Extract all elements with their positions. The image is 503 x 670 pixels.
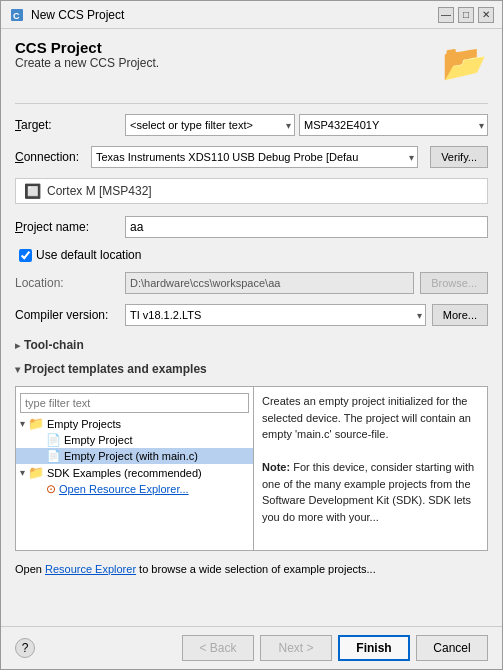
target-select-wrapper: <select or type filter text> xyxy=(125,114,295,136)
header-text: CCS Project Create a new CCS Project. xyxy=(15,39,440,74)
compiler-label: Compiler version: xyxy=(15,308,125,322)
device-select-wrapper: MSP432E401Y xyxy=(299,114,488,136)
compiler-row: Compiler version: TI v18.1.2.LTS More... xyxy=(15,304,488,326)
open-prefix: Open xyxy=(15,563,45,575)
window-title: New CCS Project xyxy=(31,8,438,22)
title-bar-controls: — □ ✕ xyxy=(438,7,494,23)
wizard-icon: 📂 xyxy=(440,39,488,87)
toolchain-section[interactable]: ▸ Tool-chain xyxy=(15,338,488,352)
toolchain-triangle: ▸ xyxy=(15,340,20,351)
target-select[interactable]: <select or type filter text> xyxy=(125,114,295,136)
open-resource-row: Open Resource Explorer to browse a wide … xyxy=(15,563,488,575)
tree-label-sdk: SDK Examples (recommended) xyxy=(47,467,202,479)
page-header: CCS Project Create a new CCS Project. 📂 xyxy=(15,39,488,87)
file-icon-1: 📄 xyxy=(46,433,61,447)
location-input[interactable] xyxy=(125,272,414,294)
project-name-row: Project name: xyxy=(15,216,488,238)
resource-explorer-link[interactable]: Resource Explorer xyxy=(45,563,136,575)
tree-label-empty-project: Empty Project xyxy=(64,434,132,446)
header-divider xyxy=(15,103,488,104)
default-location-checkbox[interactable] xyxy=(19,249,32,262)
folder-icon-sdk: 📁 xyxy=(28,465,44,480)
cortex-label: Cortex M [MSP432] xyxy=(47,184,152,198)
tree-empty-project[interactable]: 📄 Empty Project xyxy=(16,432,253,448)
browse-button[interactable]: Browse... xyxy=(420,272,488,294)
templates-section-header[interactable]: ▾ Project templates and examples xyxy=(15,362,488,376)
tree-empty-project-main[interactable]: 📄 Empty Project (with main.c) xyxy=(16,448,253,464)
device-select[interactable]: MSP432E401Y xyxy=(299,114,488,136)
default-location-row: Use default location xyxy=(15,248,488,262)
cortex-section: 🔲 Cortex M [MSP432] xyxy=(15,178,488,204)
compiler-select[interactable]: TI v18.1.2.LTS xyxy=(125,304,426,326)
maximize-button[interactable]: □ xyxy=(458,7,474,23)
connection-row: Connection: Texas Instruments XDS110 USB… xyxy=(15,146,488,168)
default-location-label: Use default location xyxy=(36,248,141,262)
target-label: Target: xyxy=(15,118,125,132)
page-subtitle: Create a new CCS Project. xyxy=(15,56,440,70)
content-area: CCS Project Create a new CCS Project. 📂 … xyxy=(1,29,502,626)
minimize-button[interactable]: — xyxy=(438,7,454,23)
tree-open-resource[interactable]: ⊙ Open Resource Explorer... xyxy=(16,481,253,497)
verify-button[interactable]: Verify... xyxy=(430,146,488,168)
connection-label: Connection: xyxy=(15,150,85,164)
more-button[interactable]: More... xyxy=(432,304,488,326)
window: C New CCS Project — □ ✕ CCS Project Crea… xyxy=(0,0,503,670)
page-title: CCS Project xyxy=(15,39,440,56)
templates-container: ▾ 📁 Empty Projects 📄 Empty Project 📄 Emp… xyxy=(15,386,488,551)
cancel-button[interactable]: Cancel xyxy=(416,635,488,661)
folder-icon-empty: 📁 xyxy=(28,416,44,431)
tree-label-resource[interactable]: Open Resource Explorer... xyxy=(59,483,189,495)
connection-select-wrapper: Texas Instruments XDS110 USB Debug Probe… xyxy=(91,146,418,168)
connection-select[interactable]: Texas Instruments XDS110 USB Debug Probe… xyxy=(91,146,418,168)
filter-input[interactable] xyxy=(20,393,249,413)
next-button[interactable]: Next > xyxy=(260,635,332,661)
expand-icon-sdk: ▾ xyxy=(20,467,25,478)
templates-triangle: ▾ xyxy=(15,364,20,375)
tree-sdk-examples[interactable]: ▾ 📁 SDK Examples (recommended) xyxy=(16,464,253,481)
tree-label-empty-project-main: Empty Project (with main.c) xyxy=(64,450,198,462)
finish-button[interactable]: Finish xyxy=(338,635,410,661)
project-name-input[interactable] xyxy=(125,216,488,238)
back-button[interactable]: < Back xyxy=(182,635,254,661)
close-button[interactable]: ✕ xyxy=(478,7,494,23)
link-icon: ⊙ xyxy=(46,482,56,496)
expand-icon: ▾ xyxy=(20,418,25,429)
description-text: Creates an empty project initialized for… xyxy=(262,395,471,440)
file-icon-2: 📄 xyxy=(46,449,61,463)
bottom-bar: ? < Back Next > Finish Cancel xyxy=(1,626,502,669)
toolchain-label: Tool-chain xyxy=(24,338,84,352)
tree-empty-projects[interactable]: ▾ 📁 Empty Projects xyxy=(16,415,253,432)
title-bar: C New CCS Project — □ ✕ xyxy=(1,1,502,29)
note-label: Note: xyxy=(262,461,290,473)
compiler-select-wrapper: TI v18.1.2.LTS xyxy=(125,304,426,326)
target-row: Target: <select or type filter text> MSP… xyxy=(15,114,488,136)
note-text: For this device, consider starting with … xyxy=(262,461,474,523)
project-name-label: Project name: xyxy=(15,220,125,234)
window-icon: C xyxy=(9,7,25,23)
description-panel: Creates an empty project initialized for… xyxy=(254,387,487,550)
tree-label-empty-projects: Empty Projects xyxy=(47,418,121,430)
location-label: Location: xyxy=(15,276,125,290)
open-suffix: to browse a wide selection of example pr… xyxy=(136,563,376,575)
help-button[interactable]: ? xyxy=(15,638,35,658)
nav-buttons: < Back Next > Finish Cancel xyxy=(182,635,488,661)
tree-panel: ▾ 📁 Empty Projects 📄 Empty Project 📄 Emp… xyxy=(16,387,254,550)
chip-icon: 🔲 xyxy=(24,183,41,199)
templates-label: Project templates and examples xyxy=(24,362,207,376)
location-row: Location: Browse... xyxy=(15,272,488,294)
svg-text:C: C xyxy=(13,11,20,21)
